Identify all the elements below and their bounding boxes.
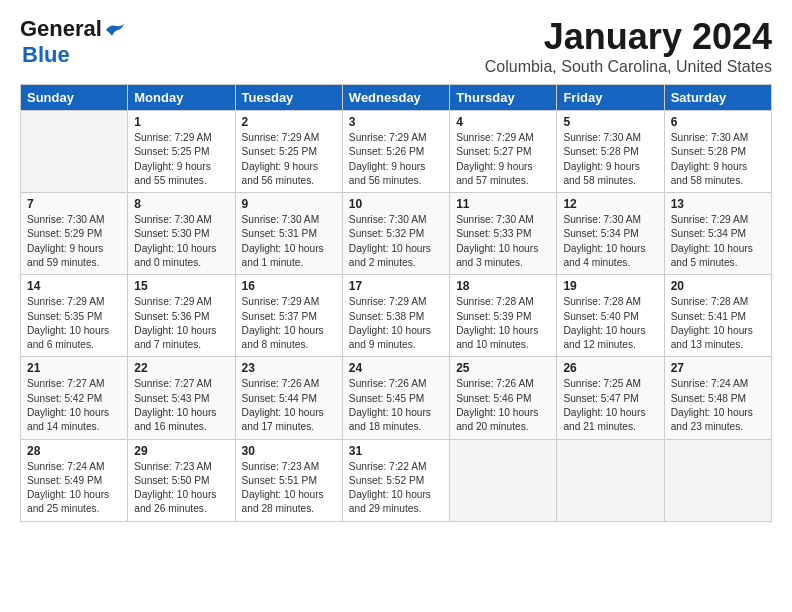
day-header-friday: Friday bbox=[557, 85, 664, 111]
day-number: 5 bbox=[563, 115, 657, 129]
day-number: 12 bbox=[563, 197, 657, 211]
calendar-cell: 18Sunrise: 7:28 AMSunset: 5:39 PMDayligh… bbox=[450, 275, 557, 357]
week-row-4: 28Sunrise: 7:24 AMSunset: 5:49 PMDayligh… bbox=[21, 439, 772, 521]
cell-info: Sunrise: 7:30 AMSunset: 5:30 PMDaylight:… bbox=[134, 213, 228, 270]
day-number: 4 bbox=[456, 115, 550, 129]
calendar-cell: 21Sunrise: 7:27 AMSunset: 5:42 PMDayligh… bbox=[21, 357, 128, 439]
day-number: 23 bbox=[242, 361, 336, 375]
calendar-cell: 28Sunrise: 7:24 AMSunset: 5:49 PMDayligh… bbox=[21, 439, 128, 521]
day-number: 31 bbox=[349, 444, 443, 458]
day-number: 14 bbox=[27, 279, 121, 293]
calendar-cell: 2Sunrise: 7:29 AMSunset: 5:25 PMDaylight… bbox=[235, 111, 342, 193]
title-area: January 2024 Columbia, South Carolina, U… bbox=[485, 16, 772, 76]
calendar-cell: 9Sunrise: 7:30 AMSunset: 5:31 PMDaylight… bbox=[235, 193, 342, 275]
day-number: 15 bbox=[134, 279, 228, 293]
calendar-cell: 14Sunrise: 7:29 AMSunset: 5:35 PMDayligh… bbox=[21, 275, 128, 357]
cell-info: Sunrise: 7:23 AMSunset: 5:50 PMDaylight:… bbox=[134, 460, 228, 517]
day-number: 26 bbox=[563, 361, 657, 375]
calendar-title: January 2024 bbox=[485, 16, 772, 58]
week-row-3: 21Sunrise: 7:27 AMSunset: 5:42 PMDayligh… bbox=[21, 357, 772, 439]
calendar-cell: 12Sunrise: 7:30 AMSunset: 5:34 PMDayligh… bbox=[557, 193, 664, 275]
day-number: 18 bbox=[456, 279, 550, 293]
calendar-cell bbox=[557, 439, 664, 521]
day-number: 25 bbox=[456, 361, 550, 375]
calendar-cell bbox=[664, 439, 771, 521]
calendar-cell: 7Sunrise: 7:30 AMSunset: 5:29 PMDaylight… bbox=[21, 193, 128, 275]
cell-info: Sunrise: 7:22 AMSunset: 5:52 PMDaylight:… bbox=[349, 460, 443, 517]
week-row-0: 1Sunrise: 7:29 AMSunset: 5:25 PMDaylight… bbox=[21, 111, 772, 193]
calendar-cell: 23Sunrise: 7:26 AMSunset: 5:44 PMDayligh… bbox=[235, 357, 342, 439]
cell-info: Sunrise: 7:30 AMSunset: 5:31 PMDaylight:… bbox=[242, 213, 336, 270]
calendar-table: SundayMondayTuesdayWednesdayThursdayFrid… bbox=[20, 84, 772, 522]
calendar-cell: 19Sunrise: 7:28 AMSunset: 5:40 PMDayligh… bbox=[557, 275, 664, 357]
calendar-cell: 1Sunrise: 7:29 AMSunset: 5:25 PMDaylight… bbox=[128, 111, 235, 193]
cell-info: Sunrise: 7:29 AMSunset: 5:27 PMDaylight:… bbox=[456, 131, 550, 188]
day-header-saturday: Saturday bbox=[664, 85, 771, 111]
calendar-cell: 16Sunrise: 7:29 AMSunset: 5:37 PMDayligh… bbox=[235, 275, 342, 357]
cell-info: Sunrise: 7:26 AMSunset: 5:46 PMDaylight:… bbox=[456, 377, 550, 434]
calendar-cell: 13Sunrise: 7:29 AMSunset: 5:34 PMDayligh… bbox=[664, 193, 771, 275]
day-number: 3 bbox=[349, 115, 443, 129]
calendar-header-row: SundayMondayTuesdayWednesdayThursdayFrid… bbox=[21, 85, 772, 111]
cell-info: Sunrise: 7:28 AMSunset: 5:40 PMDaylight:… bbox=[563, 295, 657, 352]
day-number: 20 bbox=[671, 279, 765, 293]
day-number: 24 bbox=[349, 361, 443, 375]
logo-blue: Blue bbox=[22, 42, 70, 67]
day-number: 2 bbox=[242, 115, 336, 129]
week-row-2: 14Sunrise: 7:29 AMSunset: 5:35 PMDayligh… bbox=[21, 275, 772, 357]
cell-info: Sunrise: 7:30 AMSunset: 5:32 PMDaylight:… bbox=[349, 213, 443, 270]
calendar-cell: 11Sunrise: 7:30 AMSunset: 5:33 PMDayligh… bbox=[450, 193, 557, 275]
cell-info: Sunrise: 7:29 AMSunset: 5:34 PMDaylight:… bbox=[671, 213, 765, 270]
cell-info: Sunrise: 7:29 AMSunset: 5:26 PMDaylight:… bbox=[349, 131, 443, 188]
cell-info: Sunrise: 7:29 AMSunset: 5:36 PMDaylight:… bbox=[134, 295, 228, 352]
day-number: 30 bbox=[242, 444, 336, 458]
cell-info: Sunrise: 7:24 AMSunset: 5:48 PMDaylight:… bbox=[671, 377, 765, 434]
calendar-cell: 22Sunrise: 7:27 AMSunset: 5:43 PMDayligh… bbox=[128, 357, 235, 439]
calendar-cell: 15Sunrise: 7:29 AMSunset: 5:36 PMDayligh… bbox=[128, 275, 235, 357]
cell-info: Sunrise: 7:30 AMSunset: 5:33 PMDaylight:… bbox=[456, 213, 550, 270]
calendar-cell: 24Sunrise: 7:26 AMSunset: 5:45 PMDayligh… bbox=[342, 357, 449, 439]
day-number: 21 bbox=[27, 361, 121, 375]
cell-info: Sunrise: 7:30 AMSunset: 5:28 PMDaylight:… bbox=[671, 131, 765, 188]
logo: General Blue bbox=[20, 16, 126, 68]
calendar-cell: 8Sunrise: 7:30 AMSunset: 5:30 PMDaylight… bbox=[128, 193, 235, 275]
calendar-body: 1Sunrise: 7:29 AMSunset: 5:25 PMDaylight… bbox=[21, 111, 772, 522]
day-number: 19 bbox=[563, 279, 657, 293]
calendar-cell: 31Sunrise: 7:22 AMSunset: 5:52 PMDayligh… bbox=[342, 439, 449, 521]
logo-general: General bbox=[20, 16, 102, 42]
cell-info: Sunrise: 7:29 AMSunset: 5:35 PMDaylight:… bbox=[27, 295, 121, 352]
cell-info: Sunrise: 7:27 AMSunset: 5:42 PMDaylight:… bbox=[27, 377, 121, 434]
cell-info: Sunrise: 7:28 AMSunset: 5:41 PMDaylight:… bbox=[671, 295, 765, 352]
day-number: 11 bbox=[456, 197, 550, 211]
calendar-cell: 10Sunrise: 7:30 AMSunset: 5:32 PMDayligh… bbox=[342, 193, 449, 275]
day-number: 13 bbox=[671, 197, 765, 211]
cell-info: Sunrise: 7:27 AMSunset: 5:43 PMDaylight:… bbox=[134, 377, 228, 434]
day-header-sunday: Sunday bbox=[21, 85, 128, 111]
day-number: 28 bbox=[27, 444, 121, 458]
day-number: 9 bbox=[242, 197, 336, 211]
calendar-subtitle: Columbia, South Carolina, United States bbox=[485, 58, 772, 76]
day-number: 17 bbox=[349, 279, 443, 293]
day-number: 1 bbox=[134, 115, 228, 129]
day-number: 8 bbox=[134, 197, 228, 211]
day-number: 6 bbox=[671, 115, 765, 129]
calendar-cell bbox=[21, 111, 128, 193]
calendar-cell: 20Sunrise: 7:28 AMSunset: 5:41 PMDayligh… bbox=[664, 275, 771, 357]
calendar-cell: 6Sunrise: 7:30 AMSunset: 5:28 PMDaylight… bbox=[664, 111, 771, 193]
day-number: 27 bbox=[671, 361, 765, 375]
cell-info: Sunrise: 7:29 AMSunset: 5:38 PMDaylight:… bbox=[349, 295, 443, 352]
day-header-tuesday: Tuesday bbox=[235, 85, 342, 111]
cell-info: Sunrise: 7:28 AMSunset: 5:39 PMDaylight:… bbox=[456, 295, 550, 352]
cell-info: Sunrise: 7:29 AMSunset: 5:25 PMDaylight:… bbox=[134, 131, 228, 188]
calendar-cell: 29Sunrise: 7:23 AMSunset: 5:50 PMDayligh… bbox=[128, 439, 235, 521]
calendar-cell: 26Sunrise: 7:25 AMSunset: 5:47 PMDayligh… bbox=[557, 357, 664, 439]
cell-info: Sunrise: 7:23 AMSunset: 5:51 PMDaylight:… bbox=[242, 460, 336, 517]
day-number: 16 bbox=[242, 279, 336, 293]
header: General Blue January 2024 Columbia, Sout… bbox=[20, 16, 772, 76]
calendar-cell: 30Sunrise: 7:23 AMSunset: 5:51 PMDayligh… bbox=[235, 439, 342, 521]
day-number: 7 bbox=[27, 197, 121, 211]
cell-info: Sunrise: 7:25 AMSunset: 5:47 PMDaylight:… bbox=[563, 377, 657, 434]
calendar-cell: 3Sunrise: 7:29 AMSunset: 5:26 PMDaylight… bbox=[342, 111, 449, 193]
day-header-thursday: Thursday bbox=[450, 85, 557, 111]
calendar-cell: 25Sunrise: 7:26 AMSunset: 5:46 PMDayligh… bbox=[450, 357, 557, 439]
